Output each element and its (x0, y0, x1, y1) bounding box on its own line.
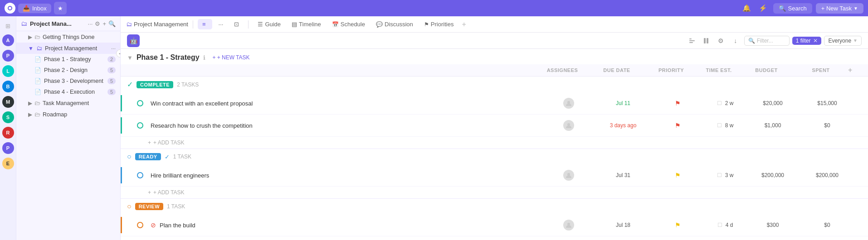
task-status-dot-4[interactable] (137, 222, 143, 228)
notifications-icon[interactable]: 🔔 (741, 2, 753, 14)
task-row[interactable]: ⊘ Plan the build Jul 18 ⚑ ☐ 4 d (121, 214, 868, 236)
sidebar-item-phase3[interactable]: 📄 Phase 3 - Development 5 (16, 76, 120, 86)
sidebar-item-phase1[interactable]: 📄 Phase 1 - Strategy 2 (16, 54, 120, 65)
est-value-4: 4 d (726, 222, 733, 228)
task-budget-4[interactable]: $300 (746, 222, 800, 228)
sidebar-label-phase2: Phase 2 - Design (44, 67, 88, 73)
add-task-row-review[interactable]: + + ADD TASK (121, 236, 868, 240)
more-icon[interactable]: ··· (88, 20, 93, 27)
task-assignees-3[interactable] (541, 170, 596, 181)
pm-more-icon[interactable]: ··· (111, 45, 116, 52)
avatar-R[interactable]: R (2, 127, 14, 139)
phase-collapse-button[interactable]: ▼ (127, 54, 133, 61)
task-budget-1[interactable]: $20,000 (746, 100, 800, 106)
tab-discussion[interactable]: 💬 Discussion (371, 19, 418, 29)
priority-flag-4: ⚑ (675, 221, 681, 229)
new-task-button-phase[interactable]: + + NEW TASK (209, 53, 254, 62)
task-priority-1[interactable]: ⚑ (650, 100, 705, 107)
task-spent-1[interactable]: $15,000 (800, 100, 854, 106)
avatar-E[interactable]: E (2, 158, 14, 169)
app-logo[interactable] (5, 3, 15, 14)
add-task-row-complete[interactable]: + + ADD TASK (121, 137, 868, 149)
filter-input[interactable]: 🔍 Filter... (744, 36, 790, 46)
avatar-S[interactable]: S (2, 111, 14, 123)
bolt-icon[interactable]: ⚡ (757, 2, 770, 14)
status-group-review[interactable]: ○ REVIEW 1 TASK (121, 199, 868, 214)
tab-guide[interactable]: ☰ Guide (253, 19, 285, 29)
task-row[interactable]: Hire brilliant engineers Jul 31 ⚑ ☐ 3 w (121, 164, 868, 187)
task-priority-2[interactable]: ⚑ (650, 122, 705, 129)
settings-icon[interactable]: ⚙ (95, 20, 100, 27)
avatar-P1[interactable]: P (2, 50, 14, 62)
avatar-sidebar: ⊞ A P L B M S R P E (0, 16, 16, 240)
inbox-button[interactable]: 📥 Inbox (18, 4, 51, 13)
status-group-ready[interactable]: ○ READY ✓ 1 TASK (121, 149, 868, 164)
avatar-A[interactable]: A (2, 34, 14, 46)
avatar-L[interactable]: L (2, 65, 14, 77)
avatar-M[interactable]: M (2, 96, 14, 108)
task-spent-2[interactable]: $0 (800, 122, 854, 129)
avatar-P2[interactable]: P (2, 142, 14, 154)
task-time-est-1[interactable]: ☐ 2 w (705, 100, 746, 106)
sidebar-header-icons: ··· ⚙ + 🔍 (88, 20, 116, 27)
task-assignees-4[interactable] (541, 220, 596, 230)
tab-priorities[interactable]: ⚑ Priorities (419, 19, 458, 29)
task-time-est-3[interactable]: ☐ 3 w (705, 172, 746, 178)
search-sidebar-icon[interactable]: 🔍 (108, 20, 116, 27)
sidebar-item-task-management[interactable]: ▶ 🗁 Task Management (16, 97, 120, 109)
task-assignees-2[interactable] (541, 120, 596, 131)
search-button[interactable]: 🔍 Search (773, 3, 812, 14)
task-budget-2[interactable]: $1,000 (746, 122, 800, 129)
new-task-button[interactable]: + New Task ▼ (816, 3, 863, 14)
task-row[interactable]: Win contract with an excellent proposal … (121, 92, 868, 115)
est-value-3: 3 w (725, 172, 734, 178)
sidebar-item-phase4[interactable]: 📄 Phase 4 - Execution 5 (16, 86, 120, 97)
breadcrumb[interactable]: 🗂 Project Management (126, 21, 188, 28)
task-budget-3[interactable]: $200,000 (746, 172, 800, 178)
export-icon[interactable]: ↓ (730, 35, 741, 47)
task-status-dot-2[interactable] (137, 122, 143, 129)
task-time-est-4[interactable]: ☐ 4 d (705, 222, 746, 228)
sidebar-count-phase3: 5 (107, 78, 116, 84)
task-due-2[interactable]: 3 days ago (596, 122, 650, 129)
tab-more[interactable]: ··· (214, 19, 228, 29)
columns-icon[interactable] (701, 35, 712, 47)
tab-timeline[interactable]: ▤ Timeline (287, 19, 326, 29)
grid-icon[interactable]: ⊞ (3, 21, 13, 31)
add-task-row-ready[interactable]: + + ADD TASK (121, 187, 868, 198)
everyone-dropdown[interactable]: Everyone ▼ (824, 36, 862, 46)
task-status-dot-3[interactable] (137, 172, 143, 178)
task-priority-4[interactable]: ⚑ (650, 221, 705, 229)
task-due-1[interactable]: Jul 11 (596, 100, 650, 106)
task-status-dot-1[interactable] (137, 100, 143, 106)
status-group-complete[interactable]: ✓ COMPLETE 2 TASKS (121, 77, 868, 92)
task-row[interactable]: Research how to crush the competition 3 … (121, 115, 868, 137)
tab-panel[interactable]: ⊡ (229, 19, 244, 29)
task-due-3[interactable]: Jul 31 (596, 172, 650, 178)
sidebar-item-phase2[interactable]: 📄 Phase 2 - Design 5 (16, 65, 120, 76)
avatar-B[interactable]: B (2, 81, 14, 92)
svg-rect-5 (704, 38, 706, 43)
plus-icon[interactable]: + (102, 20, 106, 27)
clear-filter-button[interactable]: ✕ (813, 38, 818, 44)
tab-list[interactable]: ≡ (198, 19, 212, 29)
tab-schedule[interactable]: 📅 Schedule (327, 19, 370, 29)
th-add[interactable]: + (848, 66, 862, 74)
group-by-icon[interactable] (686, 35, 698, 47)
sidebar-item-project-management[interactable]: ▼ 🗂 Project Management ··· (16, 43, 120, 54)
budget-value-1: $20,000 (763, 100, 782, 106)
settings-gear-icon[interactable]: ⚙ (715, 35, 727, 47)
task-assignees-1[interactable] (541, 98, 596, 109)
task-priority-3[interactable]: ⚑ (650, 172, 705, 179)
star-button[interactable]: ★ (54, 2, 67, 14)
sidebar-item-getting-things-done[interactable]: ▶ 🗁 Getting Things Done (16, 31, 120, 43)
active-filter-badge[interactable]: 1 filter ✕ (792, 37, 822, 45)
task-spent-4[interactable]: $0 (800, 222, 854, 228)
plus-icon-phase: + (213, 54, 216, 61)
task-due-4[interactable]: Jul 18 (596, 222, 650, 228)
task-spent-3[interactable]: $200,000 (800, 172, 854, 178)
phase-info-icon[interactable]: ℹ (203, 54, 205, 61)
add-tab-button[interactable]: + (460, 20, 468, 29)
task-time-est-2[interactable]: ☐ 8 w (705, 122, 746, 129)
sidebar-item-roadmap[interactable]: ▶ 🗁 Roadmap (16, 109, 120, 120)
